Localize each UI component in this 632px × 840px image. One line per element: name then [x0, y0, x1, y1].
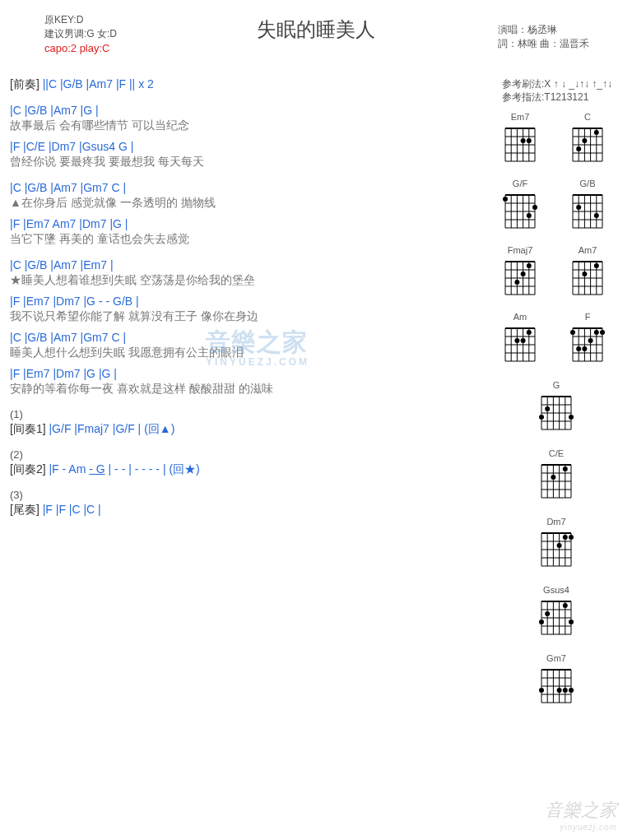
chord-diagram-Am: Am: [499, 312, 541, 369]
svg-point-161: [569, 535, 574, 540]
svg-point-116: [588, 338, 593, 343]
int2-chords2: | - - | - - - - | (回★): [105, 462, 200, 476]
intro-chords: ||C |G/B |Am7 |F || x 2: [43, 77, 154, 90]
chord-diagram-svg: [538, 528, 574, 571]
chord-diagram-Dm7: Dm7: [535, 517, 578, 573]
svg-point-192: [569, 688, 574, 693]
svg-point-12: [527, 138, 532, 143]
svg-point-148: [551, 475, 555, 480]
capo-info: capo:2 play:C: [44, 41, 117, 55]
ch-chords-3: |C |G/B |Am7 |Gm7 C |: [10, 331, 486, 344]
int1-chords: |G/F |Fmaj7 |G/F | (回▲): [49, 422, 174, 435]
svg-point-27: [582, 138, 587, 143]
svg-point-133: [545, 406, 550, 411]
chord-label: Fmaj7: [499, 245, 541, 255]
v1-lyrics-1: 故事最后 会有哪些情节 可以当纪念: [10, 118, 486, 133]
outro-label: [尾奏]: [10, 503, 40, 516]
svg-point-26: [594, 130, 599, 135]
verse1-block: |C |G/B |Am7 |G | 故事最后 会有哪些情节 可以当纪念 |F |…: [10, 104, 486, 169]
chord-label: F: [566, 312, 609, 322]
v2-lyrics-2: 当它下墬 再美的 童话也会失去感觉: [10, 232, 486, 247]
header: 原KEY:D 建议男调:G 女:D capo:2 play:C 失眠的睡美人 演…: [10, 13, 622, 71]
svg-point-134: [539, 415, 544, 420]
chord-label: G/F: [499, 179, 541, 188]
chord-diagram-svg: [502, 323, 538, 366]
verse2-block: |C |G/B |Am7 |Gm7 C | ▲在你身后 感觉就像 一条透明的 抛…: [10, 181, 486, 247]
svg-point-71: [521, 271, 526, 276]
svg-point-42: [527, 213, 532, 218]
ch-lyrics-1: ★睡美人想着谁想到失眠 空荡荡是你给我的堡垒: [10, 273, 486, 288]
outro-chords: |F |F |C |C |: [43, 503, 101, 516]
chord-diagram-G/B: G/B: [566, 179, 609, 235]
svg-point-119: [570, 330, 575, 335]
chord-diagram-G: G: [535, 380, 578, 437]
chord-diagram-svg: [569, 323, 606, 366]
svg-point-178: [545, 611, 550, 616]
interlude2-block: (2) [间奏2] |F - Am - G | - - | - - - - | …: [10, 448, 486, 477]
int2-label: [间奏2]: [10, 462, 46, 476]
chorus-block: |C |G/B |Am7 |Em7 | ★睡美人想着谁想到失眠 空荡荡是你给我的…: [10, 258, 486, 397]
chord-diagram-svg: [538, 460, 574, 503]
svg-point-162: [563, 535, 568, 540]
chord-label: Em7: [499, 112, 541, 122]
chord-diagram-Fmaj7: Fmaj7: [499, 245, 541, 302]
svg-point-179: [539, 620, 544, 624]
svg-point-57: [576, 205, 581, 210]
ch-lyrics-4: 安静的等着你每一夜 喜欢就是这样 酸酸甜甜 的滋味: [10, 382, 486, 397]
chord-diagram-svg: [502, 123, 538, 166]
chord-diagram-column: 参考刷法:X ↑ ↓ _↓↑↓ ↑_↑↓ 参考指法:T1213121 Em7CG…: [490, 77, 622, 710]
svg-point-117: [582, 346, 587, 351]
v2-lyrics-1: ▲在你身后 感觉就像 一条透明的 抛物线: [10, 196, 486, 211]
svg-point-41: [532, 205, 537, 210]
chord-label: G: [535, 380, 578, 390]
svg-point-176: [569, 620, 574, 624]
int2-num: (2): [10, 448, 486, 461]
svg-point-193: [563, 688, 568, 693]
intro-block: [前奏] ||C |G/B |Am7 |F || x 2: [10, 77, 486, 92]
svg-point-132: [569, 415, 574, 420]
int1-num: (1): [10, 408, 486, 420]
singer-line: 演唱：杨丞琳: [498, 23, 589, 37]
ch-chords-2: |F |Em7 |Dm7 |G - - G/B |: [10, 295, 486, 308]
svg-point-194: [557, 688, 562, 693]
chord-single-column: GC/EDm7Gsus4Gm7: [490, 380, 622, 710]
chord-diagram-svg: [569, 123, 606, 166]
chord-diagram-G/F: G/F: [499, 179, 541, 235]
chord-grid: Em7CG/FG/BFmaj7Am7AmF: [490, 112, 622, 369]
chord-diagram-svg: [538, 665, 574, 708]
interlude1-block: (1) [间奏1] |G/F |Fmaj7 |G/F | (回▲): [10, 408, 486, 437]
svg-point-28: [576, 146, 581, 151]
chord-label: Gsus4: [535, 585, 578, 595]
svg-point-70: [527, 263, 532, 268]
chord-diagram-Gsus4: Gsus4: [535, 585, 578, 642]
v1-chords-2: |F |C/E |Dm7 |Gsus4 G |: [10, 140, 486, 153]
credits: 演唱：杨丞琳 詞：林唯 曲：温晋禾: [498, 23, 589, 51]
int1-label: [间奏1]: [10, 422, 46, 435]
chord-diagram-C/E: C/E: [535, 448, 578, 505]
svg-point-13: [521, 138, 526, 143]
chord-label: Am7: [566, 245, 609, 255]
v1-lyrics-2: 曾经你说 要最疼我 要最想我 每天每天: [10, 155, 486, 169]
ch-chords-4: |F |Em7 |Dm7 |G |G |: [10, 367, 486, 380]
ch-lyrics-3: 睡美人想什么想到失眠 我愿意拥有公主的眼泪: [10, 346, 486, 360]
chord-label: Dm7: [535, 517, 578, 527]
svg-point-85: [594, 263, 599, 268]
chord-diagram-svg: [569, 190, 606, 233]
chord-label: C: [566, 112, 609, 122]
svg-point-118: [576, 346, 581, 351]
chord-label: C/E: [535, 448, 578, 458]
svg-point-114: [600, 330, 605, 335]
chord-diagram-svg: [569, 257, 606, 299]
chord-label: Am: [499, 312, 541, 322]
chord-diagram-svg: [502, 190, 538, 233]
svg-point-100: [521, 338, 526, 343]
chord-diagram-svg: [502, 257, 538, 299]
chord-diagram-Gm7: Gm7: [535, 653, 578, 710]
chord-sheet: [前奏] ||C |G/B |Am7 |F || x 2 |C |G/B |Am…: [10, 77, 490, 710]
int2-chords: |F - Am: [49, 462, 89, 476]
svg-point-115: [594, 330, 599, 335]
svg-point-163: [557, 543, 562, 548]
chord-diagram-F: F: [566, 312, 609, 369]
v1-chords-1: |C |G/B |Am7 |G |: [10, 104, 486, 117]
chord-diagram-Am7: Am7: [566, 245, 609, 302]
